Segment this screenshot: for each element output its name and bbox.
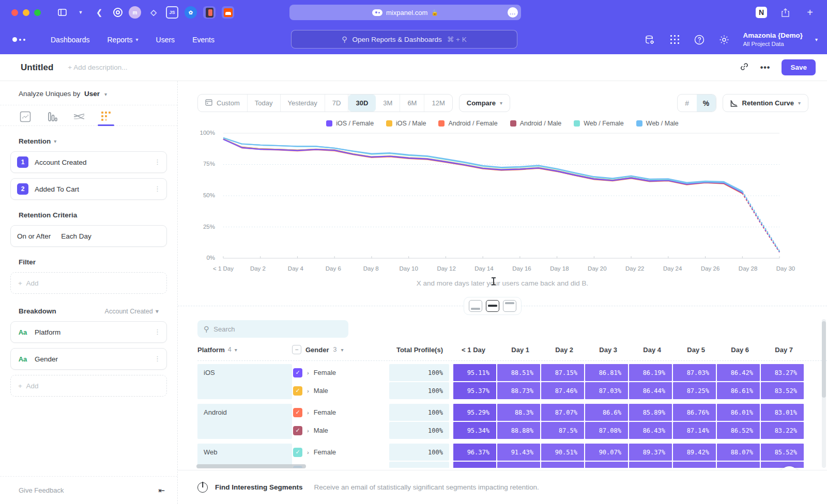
- retention-value-cell[interactable]: 90.54%: [541, 462, 584, 468]
- data-management-icon[interactable]: [644, 35, 656, 45]
- series-checkbox[interactable]: ✓: [293, 368, 302, 377]
- series-checkbox[interactable]: ✓: [293, 426, 302, 435]
- retention-value-cell[interactable]: 86.81%: [585, 364, 628, 381]
- step-event-name[interactable]: Account Created: [35, 159, 154, 166]
- nav-users[interactable]: Users: [147, 36, 184, 44]
- day-column-header[interactable]: Day 6: [713, 346, 757, 354]
- nav-reports[interactable]: Reports▾: [99, 36, 147, 44]
- tab-insights[interactable]: [19, 111, 32, 125]
- retention-value-cell[interactable]: 91.43%: [497, 444, 540, 461]
- day-column-header[interactable]: Day 5: [669, 346, 713, 354]
- extension-js-icon[interactable]: JS: [166, 6, 178, 19]
- criteria-window[interactable]: Each Day: [61, 232, 91, 240]
- expand-chevron-icon[interactable]: ›: [307, 370, 309, 376]
- chevron-down-icon[interactable]: ▼: [74, 6, 87, 19]
- retention-value-cell[interactable]: 87.08%: [585, 422, 628, 439]
- total-profiles-header[interactable]: Total Profile(s): [389, 346, 449, 354]
- day-column-header[interactable]: Day 2: [537, 346, 581, 354]
- retention-value-cell[interactable]: 95.29%: [453, 404, 496, 421]
- notion-icon[interactable]: N: [756, 7, 767, 18]
- retention-value-cell[interactable]: 86.42%: [717, 364, 760, 381]
- legend-item[interactable]: iOS / Male: [386, 120, 426, 127]
- give-feedback-link[interactable]: Give Feedback: [19, 486, 64, 494]
- horizontal-scrollbar[interactable]: [196, 464, 306, 468]
- retention-value-cell[interactable]: 90.07%: [585, 444, 628, 461]
- report-title[interactable]: Untitled: [21, 62, 53, 73]
- gender-label[interactable]: Male: [314, 387, 328, 395]
- retention-value-cell[interactable]: 96.37%: [453, 444, 496, 461]
- day-column-header[interactable]: Day 1: [493, 346, 537, 354]
- criteria-mode[interactable]: On or After: [17, 232, 51, 240]
- tab-retention-active[interactable]: [99, 111, 113, 125]
- retention-value-cell[interactable]: 83.22%: [761, 422, 804, 439]
- retention-value-cell[interactable]: 90.51%: [541, 444, 584, 461]
- day-column-header[interactable]: Day 7: [757, 346, 801, 354]
- share-icon[interactable]: [778, 6, 792, 19]
- range-today[interactable]: Today: [248, 94, 281, 112]
- retention-value-cell[interactable]: 88.04%: [717, 462, 760, 468]
- expand-chevron-icon[interactable]: ›: [307, 449, 309, 455]
- range-30d[interactable]: 30D: [348, 94, 376, 112]
- retention-value-cell[interactable]: 88.88%: [497, 422, 540, 439]
- legend-item[interactable]: iOS / Female: [326, 120, 374, 127]
- add-breakdown-button[interactable]: + Add: [10, 375, 167, 397]
- retention-value-cell[interactable]: 89.48%: [629, 462, 672, 468]
- window-controls[interactable]: [11, 9, 41, 16]
- copy-link-icon[interactable]: [740, 62, 749, 73]
- retention-step-1[interactable]: 1 Account Created ⋮: [10, 151, 167, 173]
- range-yesterday[interactable]: Yesterday: [281, 94, 325, 112]
- retention-value-cell[interactable]: 86.44%: [629, 382, 672, 399]
- breakdown-property-name[interactable]: Gender: [35, 355, 154, 363]
- retention-value-cell[interactable]: 88.3%: [497, 404, 540, 421]
- mixpanel-logo[interactable]: [12, 37, 25, 42]
- back-icon[interactable]: ❮: [93, 6, 106, 19]
- number-format-button[interactable]: #: [678, 94, 697, 112]
- retention-value-cell[interactable]: 87.5%: [541, 422, 584, 439]
- retention-value-cell[interactable]: 86.76%: [673, 404, 716, 421]
- series-checkbox[interactable]: ✓: [293, 448, 302, 457]
- minimize-window-button[interactable]: [23, 9, 29, 16]
- apps-grid-icon[interactable]: [668, 35, 681, 44]
- breakdown-scope-dropdown[interactable]: Account Created▾: [105, 307, 159, 315]
- chart-type-dropdown[interactable]: Retention Curve▾: [723, 94, 808, 112]
- extension-circle-icon[interactable]: [113, 8, 122, 17]
- retention-value-cell[interactable]: 88.51%: [497, 364, 540, 381]
- extension-toggl-icon[interactable]: [203, 6, 216, 19]
- table-search[interactable]: ⚲: [197, 320, 348, 338]
- retention-value-cell[interactable]: 87.14%: [673, 422, 716, 439]
- retention-value-cell[interactable]: 86.61%: [717, 382, 760, 399]
- extension-bird-icon[interactable]: ✿: [185, 6, 197, 19]
- step-event-name[interactable]: Added To Cart: [35, 185, 154, 193]
- add-filter-button[interactable]: + Add: [10, 272, 167, 294]
- percent-format-button[interactable]: %: [697, 94, 716, 112]
- nav-dashboards[interactable]: Dashboards: [42, 36, 99, 44]
- platform-column-header[interactable]: Platform 4 ▾: [197, 346, 292, 354]
- retention-value-cell[interactable]: 86.01%: [717, 404, 760, 421]
- series-checkbox[interactable]: ✓: [293, 386, 302, 396]
- find-segments-title[interactable]: Find Interesting Segments: [215, 483, 303, 491]
- new-tab-icon[interactable]: +: [803, 6, 817, 19]
- retention-value-cell[interactable]: 86.43%: [629, 422, 672, 439]
- project-switcher[interactable]: Amazonia {Demo} All Project Data: [743, 32, 803, 48]
- retention-step-2[interactable]: 2 Added To Cart ⋮: [10, 178, 167, 200]
- extension-cube-icon[interactable]: ◇: [147, 6, 160, 19]
- retention-value-cell[interactable]: 90.01%: [585, 462, 628, 468]
- gender-label[interactable]: Male: [314, 427, 328, 434]
- retention-value-cell[interactable]: 89.42%: [673, 444, 716, 461]
- day-column-header[interactable]: Day 3: [581, 346, 625, 354]
- retention-value-cell[interactable]: 88.73%: [497, 382, 540, 399]
- expand-chevron-icon[interactable]: ›: [307, 410, 309, 416]
- vertical-scrollbar-thumb[interactable]: [822, 321, 826, 398]
- range-3m[interactable]: 3M: [376, 94, 400, 112]
- save-button[interactable]: Save: [782, 59, 816, 75]
- retention-value-cell[interactable]: 86.52%: [717, 422, 760, 439]
- extensions-badge-icon[interactable]: ...: [508, 7, 518, 18]
- retention-value-cell[interactable]: 91.41%: [497, 462, 540, 468]
- retention-value-cell[interactable]: 85.67%: [761, 462, 804, 468]
- help-icon[interactable]: [693, 35, 706, 45]
- zoom-window-button[interactable]: [34, 9, 41, 16]
- range-12m[interactable]: 12M: [424, 94, 452, 112]
- retention-value-cell[interactable]: 83.01%: [761, 404, 804, 421]
- series-checkbox[interactable]: ✓: [293, 408, 302, 417]
- retention-value-cell[interactable]: 83.52%: [761, 382, 804, 399]
